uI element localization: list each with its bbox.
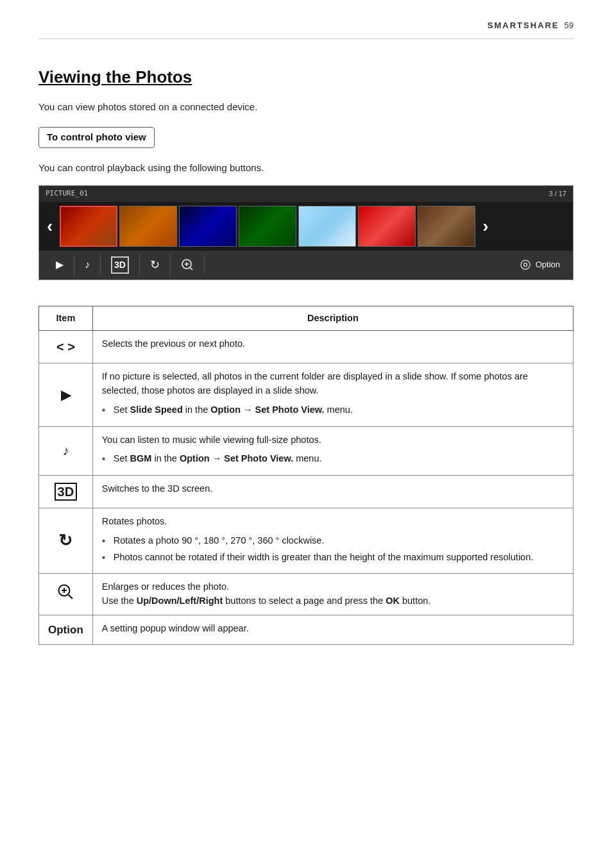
rotate-button[interactable]: ↻ bbox=[140, 254, 171, 276]
nav-icon: < > bbox=[56, 340, 75, 354]
page-container: SMARTSHARE 59 Viewing the Photos You can… bbox=[0, 0, 612, 683]
thumbnail-2[interactable] bbox=[119, 206, 177, 247]
table-row: 3D Switches to the 3D screen. bbox=[39, 476, 574, 508]
page-number: 59 bbox=[565, 19, 574, 32]
table-row: < > Selects the previous or next photo. bbox=[39, 331, 574, 363]
svg-line-3 bbox=[190, 267, 192, 270]
svg-line-9 bbox=[69, 595, 73, 599]
list-item: Set Slide Speed in the Option → Set Phot… bbox=[102, 403, 564, 417]
thumbnail-7[interactable] bbox=[418, 206, 475, 247]
list-item: Set BGM in the Option → Set Photo View. … bbox=[102, 452, 564, 466]
control-intro: You can control playback using the follo… bbox=[38, 161, 574, 176]
zoom-icon bbox=[57, 588, 74, 603]
rotate-icon: ↻ bbox=[58, 531, 72, 550]
thumbnail-5[interactable] bbox=[298, 206, 356, 247]
brand-name: SMARTSHARE bbox=[488, 19, 559, 32]
viewer-top-bar: PICTURE_01 3 / 17 bbox=[39, 186, 573, 202]
option-icon: Option bbox=[48, 624, 83, 636]
music-icon: ♪ bbox=[62, 444, 69, 458]
description-table: Item Description < > Selects the previou… bbox=[38, 306, 574, 646]
item-cell: 3D bbox=[39, 476, 93, 508]
table-row: ♪ You can listen to music while viewing … bbox=[39, 426, 574, 476]
desc-cell: Switches to the 3D screen. bbox=[92, 476, 573, 508]
desc-cell: Enlarges or reduces the photo. Use the U… bbox=[92, 574, 573, 615]
page-title: Viewing the Photos bbox=[38, 65, 574, 90]
table-row: Enlarges or reduces the photo. Use the U… bbox=[39, 574, 574, 615]
next-arrow[interactable]: › bbox=[477, 213, 493, 240]
threed-button[interactable]: 3D bbox=[101, 254, 140, 276]
play-button[interactable]: ▶ bbox=[46, 255, 74, 275]
desc-cell: You can listen to music while viewing fu… bbox=[92, 426, 573, 476]
col-desc-header: Description bbox=[92, 306, 573, 331]
option-label: Option bbox=[536, 258, 560, 271]
thumbnail-4[interactable] bbox=[239, 206, 296, 247]
music-button[interactable]: ♪ bbox=[74, 255, 101, 275]
play-icon: ▶ bbox=[61, 388, 71, 402]
thumbnail-3[interactable] bbox=[179, 206, 237, 247]
list-item: Rotates a photo 90 °, 180 °, 270 °, 360 … bbox=[102, 534, 564, 548]
bullet-list: Set BGM in the Option → Set Photo View. … bbox=[102, 452, 564, 466]
bullet-list: Set Slide Speed in the Option → Set Phot… bbox=[102, 403, 564, 417]
zoom-button[interactable] bbox=[171, 256, 205, 274]
item-cell bbox=[39, 574, 93, 615]
table-row: ↻ Rotates photos. Rotates a photo 90 °, … bbox=[39, 508, 574, 574]
table-row: ▶ If no picture is selected, all photos … bbox=[39, 363, 574, 426]
svg-point-4 bbox=[521, 260, 530, 269]
table-row: Option A setting popup window will appea… bbox=[39, 615, 574, 645]
item-cell: Option bbox=[39, 615, 93, 645]
photo-counter: 3 / 17 bbox=[548, 188, 566, 199]
threed-icon: 3D bbox=[55, 483, 78, 501]
desc-cell: A setting popup window will appear. bbox=[92, 615, 573, 645]
option-button[interactable]: Option bbox=[514, 256, 566, 274]
header-bar: SMARTSHARE 59 bbox=[38, 19, 574, 39]
desc-cell: If no picture is selected, all photos in… bbox=[92, 363, 573, 426]
desc-cell: Selects the previous or next photo. bbox=[92, 331, 573, 363]
section-label: To control photo view bbox=[38, 127, 155, 148]
svg-point-5 bbox=[523, 263, 527, 267]
col-item-header: Item bbox=[39, 306, 93, 331]
item-cell: ♪ bbox=[39, 426, 93, 476]
desc-cell: Rotates photos. Rotates a photo 90 °, 18… bbox=[92, 508, 573, 574]
item-cell: ↻ bbox=[39, 508, 93, 574]
intro-text: You can view photos stored on a connecte… bbox=[38, 100, 574, 115]
list-item: Photos cannot be rotated if their width … bbox=[102, 551, 564, 565]
picture-label: PICTURE_01 bbox=[46, 188, 88, 199]
thumbnail-1[interactable] bbox=[60, 206, 117, 247]
photo-viewer: PICTURE_01 3 / 17 ‹ › ▶ ♪ 3D ↻ bbox=[38, 185, 574, 280]
item-cell: ▶ bbox=[39, 363, 93, 426]
prev-arrow[interactable]: ‹ bbox=[42, 213, 58, 240]
item-cell: < > bbox=[39, 331, 93, 363]
photo-strip: ‹ › bbox=[39, 202, 573, 251]
bullet-list: Rotates a photo 90 °, 180 °, 270 °, 360 … bbox=[102, 534, 564, 565]
photo-controls-bar: ▶ ♪ 3D ↻ Option bbox=[39, 251, 573, 280]
thumbnail-6[interactable] bbox=[358, 206, 416, 247]
